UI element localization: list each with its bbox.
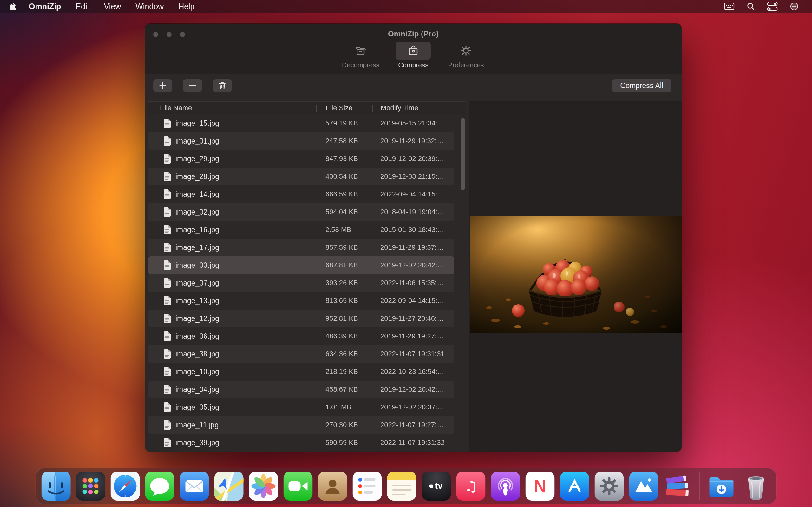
file-time: 2019-11-29 19:32:…: [380, 137, 454, 145]
dock-app-store-icon[interactable]: [560, 471, 589, 501]
window-content: File Name File Size Modify Time image_15…: [145, 101, 681, 452]
file-icon: [163, 260, 171, 270]
column-file-size[interactable]: File Size: [326, 102, 352, 114]
table-row[interactable]: image_12.jpg952.81 KB2019-11-27 20:46:…: [148, 309, 454, 327]
dock-photos-icon[interactable]: [249, 471, 278, 501]
dock-news-icon[interactable]: N: [525, 471, 555, 501]
column-file-name[interactable]: File Name: [160, 102, 192, 114]
table-row[interactable]: image_10.jpg218.19 KB2022-10-23 16:54:…: [148, 363, 454, 381]
tab-preferences[interactable]: Preferences: [442, 42, 490, 69]
file-icon: [163, 331, 171, 341]
table-row[interactable]: image_04.jpg458.67 KB2019-12-02 20:42:…: [148, 381, 454, 398]
dock-launchpad-icon[interactable]: [76, 471, 105, 501]
scrollbar-thumb[interactable]: [461, 118, 465, 190]
dock-facetime-icon[interactable]: [284, 471, 313, 501]
table-row[interactable]: image_01.jpg247.58 KB2019-11-29 19:32:…: [148, 132, 454, 150]
menu-bar: OmniZip Edit View Window Help: [0, 0, 812, 13]
file-icon: [163, 171, 171, 181]
spotlight-icon[interactable]: [747, 2, 755, 10]
menu-view[interactable]: View: [104, 2, 121, 11]
control-center-icon[interactable]: [767, 1, 778, 11]
file-icon: [163, 207, 171, 217]
dock-messages-icon[interactable]: [145, 471, 174, 501]
column-divider: [451, 105, 451, 112]
file-name: image_11.jpg: [175, 421, 325, 429]
toolbar-tabs: Decompress Compress Preferences: [145, 42, 681, 69]
dock-podcasts-icon[interactable]: [491, 471, 520, 501]
dock-settings-icon[interactable]: [595, 471, 624, 501]
plus-icon: [159, 81, 167, 90]
file-time: 2019-11-27 20:46:…: [380, 314, 454, 323]
table-row[interactable]: image_11.jpg270.30 KB2022-11-07 19:27:…: [148, 416, 454, 434]
file-icon: [163, 189, 171, 199]
table-row[interactable]: image_02.jpg594.04 KB2018-04-19 19:04:…: [148, 203, 454, 221]
dock-contacts-icon[interactable]: [318, 471, 347, 501]
svg-text:tv: tv: [435, 481, 443, 491]
file-time: 2022-11-07 19:31:31: [380, 350, 454, 358]
tab-preferences-label: Preferences: [448, 61, 484, 69]
menu-edit[interactable]: Edit: [75, 2, 89, 11]
dock-tv-icon[interactable]: tv: [422, 471, 451, 501]
file-size: 952.81 KB: [325, 314, 380, 323]
table-row[interactable]: image_14.jpg666.59 KB2022-09-04 14:15:…: [148, 185, 454, 203]
file-size: 458.67 KB: [325, 385, 380, 394]
file-time: 2022-11-07 19:27:…: [380, 421, 454, 429]
preview-image: [470, 216, 681, 333]
file-name: image_16.jpg: [175, 226, 325, 234]
file-name: image_28.jpg: [175, 172, 325, 181]
table-row[interactable]: image_16.jpg2.58 MB2015-01-30 18:43:…: [148, 221, 454, 239]
dock-maps-icon[interactable]: [214, 471, 244, 501]
keyboard-icon[interactable]: [724, 2, 734, 10]
archive-extract-icon: [343, 42, 378, 60]
file-size: 857.59 KB: [325, 243, 380, 251]
file-time: 2018-04-19 19:04:…: [380, 208, 454, 216]
tab-decompress[interactable]: Decompress: [337, 42, 385, 69]
table-row[interactable]: image_17.jpg857.59 KB2019-11-29 19:37:…: [148, 239, 454, 257]
table-row[interactable]: image_07.jpg393.26 KB2022-11-06 15:35:…: [148, 274, 454, 292]
file-icon: [163, 349, 171, 359]
add-file-button[interactable]: [153, 79, 172, 92]
dock-omnizip-icon[interactable]: [664, 471, 693, 501]
remove-file-button[interactable]: [183, 79, 202, 92]
table-row[interactable]: image_38.jpg634.36 KB2022-11-07 19:31:31: [148, 345, 454, 363]
file-size: 430.54 KB: [325, 172, 380, 181]
clear-list-button[interactable]: [213, 79, 232, 92]
dock-reminders-icon[interactable]: [353, 471, 382, 501]
file-name: image_39.jpg: [175, 439, 325, 447]
file-icon: [163, 402, 171, 412]
table-row[interactable]: image_05.jpg1.01 MB2019-12-02 20:37:…: [148, 398, 454, 416]
dock-keynote-icon[interactable]: [629, 471, 658, 501]
table-row[interactable]: image_28.jpg430.54 KB2019-12-03 21:15:…: [148, 168, 454, 185]
file-size: 847.93 KB: [325, 155, 380, 163]
column-modify-time[interactable]: Modify Time: [380, 102, 418, 114]
table-row[interactable]: image_13.jpg813.65 KB2022-09-04 14:15:…: [148, 292, 454, 309]
file-name: image_07.jpg: [175, 279, 325, 287]
dock-finder-icon[interactable]: [42, 471, 71, 501]
dock-safari-icon[interactable]: [111, 471, 140, 501]
file-name: image_13.jpg: [175, 297, 325, 305]
file-time: 2019-05-15 21:34:…: [380, 119, 454, 127]
dock-downloads-icon[interactable]: [707, 471, 736, 501]
dock-mail-icon[interactable]: [180, 471, 209, 501]
menu-help[interactable]: Help: [178, 2, 194, 11]
dock-music-icon[interactable]: ♫: [456, 471, 486, 501]
compress-all-button[interactable]: Compress All: [612, 79, 671, 92]
focus-icon[interactable]: [790, 2, 799, 11]
svg-text:♫: ♫: [464, 477, 477, 495]
table-row[interactable]: image_15.jpg579.19 KB2019-05-15 21:34:…: [148, 114, 454, 132]
dock-trash-icon[interactable]: [742, 471, 771, 501]
file-size: 813.65 KB: [325, 297, 380, 305]
menu-window[interactable]: Window: [136, 2, 164, 11]
table-row-selected[interactable]: image_03.jpg687.81 KB2019-12-02 20:42:…: [148, 257, 454, 274]
menu-app-name[interactable]: OmniZip: [29, 2, 61, 11]
table-row[interactable]: image_39.jpg590.59 KB2022-11-07 19:31:32: [148, 434, 454, 452]
table-row[interactable]: image_06.jpg486.39 KB2019-11-29 19:27:…: [148, 327, 454, 345]
tab-compress[interactable]: Compress: [390, 42, 437, 69]
file-icon: [163, 420, 171, 430]
file-name: image_01.jpg: [175, 137, 325, 146]
file-name: image_17.jpg: [175, 243, 325, 252]
table-row[interactable]: image_29.jpg847.93 KB2019-12-02 20:39:…: [148, 150, 454, 168]
dock-notes-icon[interactable]: [387, 471, 416, 501]
gear-icon: [449, 42, 484, 60]
apple-menu-icon[interactable]: [9, 3, 16, 10]
